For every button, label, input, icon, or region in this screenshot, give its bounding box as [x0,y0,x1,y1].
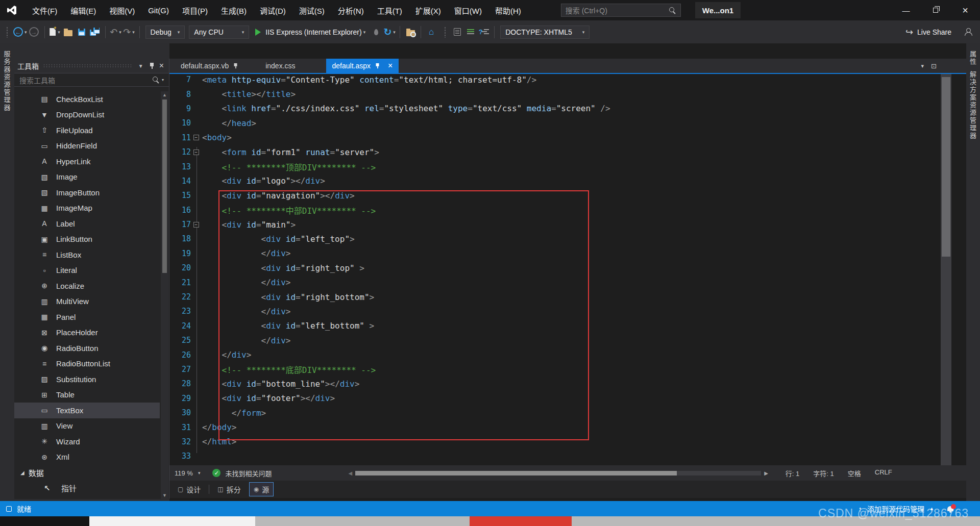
menu-item-项目(P)[interactable]: 项目(P) [176,0,214,20]
minimize-button[interactable]: — [891,0,921,20]
toolbox-item-image[interactable]: ▧Image [14,169,160,185]
refresh-button[interactable]: ↻▾ [383,24,396,40]
toolbox-item-imagemap[interactable]: ▦ImageMap [14,201,160,216]
browse-home-button[interactable]: ⌂ [425,24,437,40]
add-person-icon[interactable] [965,28,973,36]
menu-item-编辑(E)[interactable]: 编辑(E) [64,0,103,20]
fold-gutter[interactable]: − [191,135,201,140]
toolbox-group-data[interactable]: ◢数据 [14,465,160,481]
menu-item-分析(N)[interactable]: 分析(N) [331,0,371,20]
toolbox-item-literal[interactable]: ▫Literal [14,263,160,279]
toolbox-item-multiview[interactable]: ▥MultiView [14,294,160,310]
toolbox-item-label[interactable]: ALabel [14,216,160,232]
toolbox-close-icon[interactable]: × [159,61,164,70]
fold-gutter[interactable]: − [191,222,201,228]
toolbox-item-pointer[interactable]: ↖指针 [14,481,160,496]
toolbox-item-hyperlink[interactable]: AHyperLink [14,154,160,169]
spaces-indicator[interactable]: 空格 [848,468,861,478]
toolbox-scroll-thumb[interactable] [162,99,167,273]
find-in-files-button[interactable] [404,24,416,40]
code-line-10[interactable]: 10 </head> [169,116,966,130]
close-icon[interactable]: × [388,61,393,70]
menu-item-调试(D)[interactable]: 调试(D) [253,0,292,20]
toolbar-grip-2[interactable] [444,27,447,38]
undo-button[interactable]: ↶▾ [110,24,122,40]
restore-button[interactable] [921,0,950,20]
editor-horizontal-scrollbar[interactable] [355,471,761,475]
navigate-back-button[interactable]: ←▾ [13,24,27,40]
scroll-up-icon[interactable]: ▲ [161,92,168,97]
properties-tab[interactable]: 属性 [969,51,977,66]
solution-explorer-tab[interactable]: 解决方案资源管理器 [969,71,977,140]
code-editor[interactable]: 7<meta http-equiv="Content-Type" content… [169,74,966,465]
menu-item-文件(F)[interactable]: 文件(F) [26,0,64,20]
toolbox-item-table[interactable]: ⊞Table [14,387,160,403]
code-line-13[interactable]: 13 <!-- ********顶部DIV******** --> [169,159,966,173]
code-line-14[interactable]: 14 <div id="logo"></div> [169,174,966,188]
save-all-button[interactable] [89,24,101,40]
menu-item-生成(B)[interactable]: 生成(B) [214,0,253,20]
document-outline-button[interactable] [451,24,463,40]
close-button[interactable]: × [950,0,980,20]
format-document-button[interactable] [464,24,477,40]
tab-default-aspx[interactable]: default.aspx × [326,59,399,73]
menu-item-视图(V)[interactable]: 视图(V) [103,0,141,20]
code-line-9[interactable]: 9 <link href="./css/index.css" rel="styl… [169,102,966,116]
toolbox-search-input[interactable]: 搜索工具箱 ▾ [14,73,169,87]
toolbox-item-radiobuttonlist[interactable]: ≡RadioButtonList [14,356,160,372]
toolbox-item-substitution[interactable]: ▨Substitution [14,371,160,387]
toolbox-item-fileupload[interactable]: ⇧FileUpload [14,122,160,138]
doctype-dropdown[interactable]: DOCTYPE: XHTML5▾ [500,26,590,39]
pin-icon[interactable] [234,63,238,68]
collapse-icon[interactable]: − [193,222,199,228]
start-debugging-button[interactable]: IIS Express (Internet Explorer)▾ [251,24,370,40]
menu-item-工具(T)[interactable]: 工具(T) [371,0,409,20]
menu-item-Git(G)[interactable]: Git(G) [141,0,176,20]
toolbox-item-textbox[interactable]: ▭TextBox [14,403,160,418]
menu-item-窗口(W)[interactable]: 窗口(W) [448,0,488,20]
menu-item-帮助(H)[interactable]: 帮助(H) [488,0,528,20]
toolbox-item-dropdownlist[interactable]: ▼DropDownList [14,107,160,123]
toolbox-item-linkbutton[interactable]: ▣LinkButton [14,232,160,247]
source-view-tab[interactable]: ◉ 源 [249,482,274,496]
menu-item-测试(S)[interactable]: 测试(S) [292,0,331,20]
quick-search-box[interactable]: 搜索 (Ctrl+Q) [561,4,681,17]
split-view-tab[interactable]: ◫ 拆分 [213,483,244,496]
tab-default-aspx-vb[interactable]: default.aspx.vb [175,59,247,73]
solution-configurations-dropdown[interactable]: Debug▾ [145,26,185,39]
toolbox-item-wizard[interactable]: ✳Wizard [14,434,160,449]
chevron-down-icon[interactable]: ▼ [138,63,143,69]
design-view-tab[interactable]: ▢ 设计 [174,483,205,496]
live-share-button[interactable]: ↪ Live Share [905,27,973,38]
toolbox-item-panel[interactable]: ▦Panel [14,309,160,325]
toolbox-item-imagebutton[interactable]: ▧ImageButton [14,185,160,201]
code-line-8[interactable]: 8 <title></title> [169,87,966,101]
toolbox-item-xml[interactable]: ⊛Xml [14,449,160,465]
eol-indicator[interactable]: CRLF [875,468,892,478]
pin-icon[interactable] [150,63,154,69]
redo-button[interactable]: ↷▾ [123,24,135,40]
editor-scroll-thumb[interactable] [942,77,950,257]
open-file-button[interactable] [62,24,75,40]
toolbox-item-hiddenfield[interactable]: ▭HiddenField [14,138,160,154]
collapse-icon[interactable]: − [193,135,199,140]
server-explorer-tab[interactable]: 服务器资源管理器 [3,51,12,112]
navigate-forward-button[interactable]: → [28,24,40,40]
hscroll-left-icon[interactable]: ◀ [348,470,352,476]
toolbox-scrollbar[interactable]: ▲ ▼ [161,91,168,499]
window-options-icon[interactable]: ⊡ [931,62,937,70]
toolbox-item-listbox[interactable]: ≡ListBox [14,247,160,263]
new-project-button[interactable]: *▾ [49,24,61,40]
hot-reload-icon[interactable] [370,24,382,40]
toolbox-item-radiobutton[interactable]: ◉RadioButton [14,340,160,356]
tab-index-css[interactable]: index.css [259,59,301,73]
fold-gutter[interactable]: − [191,149,201,155]
toolbox-item-placeholder[interactable]: ⊠PlaceHolder [14,325,160,341]
toolbox-item-checkboxlist[interactable]: ▤CheckBoxList [14,91,160,107]
hscroll-thumb[interactable] [355,471,677,475]
toolbox-drag-handle[interactable] [43,64,131,68]
code-line-33[interactable]: 33 [169,449,966,463]
toolbox-item-view[interactable]: ▥View [14,418,160,434]
toolbox-search-dropdown-icon[interactable]: ▾ [162,78,164,82]
collapse-icon[interactable]: − [193,149,199,155]
